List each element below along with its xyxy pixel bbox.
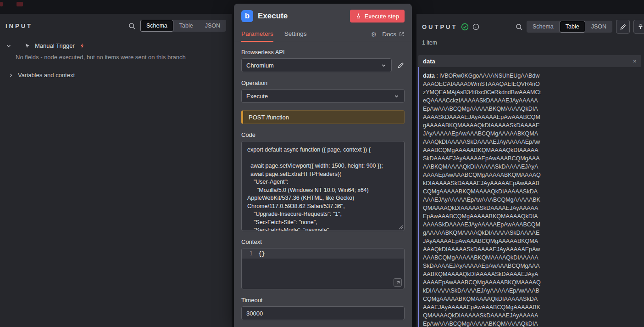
input-node-row[interactable]: Manual Trigger bbox=[0, 38, 232, 50]
line-number: 1 bbox=[242, 250, 258, 257]
docs-link[interactable]: Docs bbox=[382, 31, 405, 38]
code-textarea[interactable]: export default async function ({ page, c… bbox=[241, 141, 405, 231]
browserless-node-icon: b bbox=[241, 10, 253, 22]
timeout-label: Timeout bbox=[241, 297, 405, 304]
credential-select[interactable]: Chromium bbox=[241, 58, 392, 72]
credential-label: Browserless API bbox=[241, 49, 405, 56]
input-panel: INPUT Schema Table JSON Manual Trigger N… bbox=[0, 14, 232, 327]
output-table: data ✕ data : iVBORw0KGgoAAAANSUhEUgAABd… bbox=[418, 55, 641, 327]
operation-value: Execute bbox=[246, 93, 268, 100]
pencil-icon[interactable] bbox=[397, 62, 405, 69]
search-icon[interactable] bbox=[128, 22, 136, 30]
output-column-header: data bbox=[423, 58, 435, 65]
input-tab-schema[interactable]: Schema bbox=[140, 20, 173, 32]
output-tab-json[interactable]: JSON bbox=[585, 21, 612, 33]
execute-step-label: Execute step bbox=[365, 13, 399, 20]
output-panel: OUTPUT Schema Table JSON 1 bbox=[416, 14, 644, 327]
output-panel-header: OUTPUT Schema Table JSON bbox=[416, 14, 644, 38]
input-view-tabs: Schema Table JSON bbox=[140, 20, 226, 32]
chevron-down-icon bbox=[381, 62, 387, 68]
node-detail-modal: b Execute Execute step Parameters Settin… bbox=[234, 4, 412, 327]
tab-parameters[interactable]: Parameters bbox=[241, 27, 273, 42]
search-icon[interactable] bbox=[515, 23, 523, 31]
timeout-field: Timeout bbox=[241, 297, 405, 320]
output-data-value: iVBORw0KGgoAAAANSUhEUgAABdwAAAOECAIAAAA0… bbox=[423, 73, 541, 327]
context-label: Context bbox=[241, 238, 405, 245]
edit-output-button[interactable] bbox=[616, 20, 630, 34]
code-field: Code export default async function ({ pa… bbox=[241, 131, 405, 231]
operation-label: Operation bbox=[241, 79, 405, 86]
endpoint-banner-field: POST /function bbox=[241, 110, 405, 124]
node-parameters-body: Browserless API Chromium Operation Execu… bbox=[234, 42, 412, 327]
expand-editor-icon[interactable] bbox=[394, 278, 402, 287]
output-data-key: data bbox=[423, 73, 435, 79]
pin-icon bbox=[637, 23, 644, 30]
endpoint-banner: POST /function bbox=[241, 110, 405, 124]
operation-select[interactable]: Execute bbox=[241, 89, 405, 103]
output-items-count: 1 item bbox=[416, 38, 644, 46]
output-tab-table[interactable]: Table bbox=[560, 21, 585, 33]
external-link-icon bbox=[399, 31, 405, 37]
variables-context-section[interactable]: Variables and context bbox=[0, 72, 232, 79]
context-editor-line: 1 {} bbox=[242, 248, 404, 259]
timeout-input[interactable] bbox=[241, 306, 405, 320]
gear-icon[interactable]: ⚙ bbox=[371, 31, 377, 38]
input-empty-message: No fields - node executed, but no items … bbox=[0, 50, 232, 61]
canvas-artifact bbox=[0, 2, 3, 6]
context-field: Context 1 {} bbox=[241, 238, 405, 289]
credential-value: Chromium bbox=[246, 62, 274, 69]
chevron-right-icon[interactable] bbox=[8, 73, 14, 78]
canvas-artifact bbox=[17, 2, 23, 6]
input-panel-header: INPUT Schema Table JSON bbox=[0, 14, 232, 36]
code-label: Code bbox=[241, 131, 405, 138]
output-table-body[interactable]: data : iVBORw0KGgoAAAANSUhEUgAABdwAAAOEC… bbox=[418, 67, 641, 327]
chevron-down-icon[interactable] bbox=[6, 43, 12, 49]
close-icon[interactable]: ✕ bbox=[633, 59, 637, 64]
resize-handle-icon[interactable] bbox=[399, 225, 403, 230]
tab-settings[interactable]: Settings bbox=[284, 27, 307, 42]
output-table-header: data ✕ bbox=[418, 55, 641, 67]
flask-icon bbox=[355, 13, 361, 19]
input-node-name[interactable]: Manual Trigger bbox=[35, 42, 75, 49]
execute-step-button[interactable]: Execute step bbox=[350, 10, 405, 23]
pencil-icon bbox=[620, 23, 627, 30]
success-check-icon bbox=[461, 23, 469, 31]
output-data-cell: data : iVBORw0KGgoAAAANSUhEUgAABdwAAAOEC… bbox=[423, 72, 541, 327]
input-panel-title: INPUT bbox=[6, 23, 33, 29]
info-icon[interactable] bbox=[472, 23, 479, 30]
context-editor[interactable]: 1 {} bbox=[241, 248, 405, 289]
node-modal-header: b Execute Execute step bbox=[234, 4, 412, 27]
output-panel-title: OUTPUT bbox=[422, 23, 457, 30]
input-tab-json[interactable]: JSON bbox=[199, 20, 226, 32]
mouse-pointer-icon bbox=[24, 43, 30, 49]
pin-data-button[interactable] bbox=[633, 20, 644, 34]
chevron-down-icon bbox=[394, 93, 400, 99]
lightning-icon bbox=[79, 43, 85, 49]
credential-field: Browserless API Chromium bbox=[241, 49, 405, 72]
node-modal-tabbar: Parameters Settings ⚙ Docs bbox=[234, 27, 412, 42]
variables-context-label: Variables and context bbox=[18, 72, 75, 79]
input-tab-table[interactable]: Table bbox=[173, 20, 199, 32]
node-title: Execute bbox=[258, 11, 345, 21]
output-view-tabs: Schema Table JSON bbox=[527, 21, 612, 33]
docs-label: Docs bbox=[382, 31, 396, 38]
operation-field: Operation Execute bbox=[241, 79, 405, 103]
output-tab-schema[interactable]: Schema bbox=[527, 21, 560, 33]
context-value: {} bbox=[258, 250, 265, 257]
